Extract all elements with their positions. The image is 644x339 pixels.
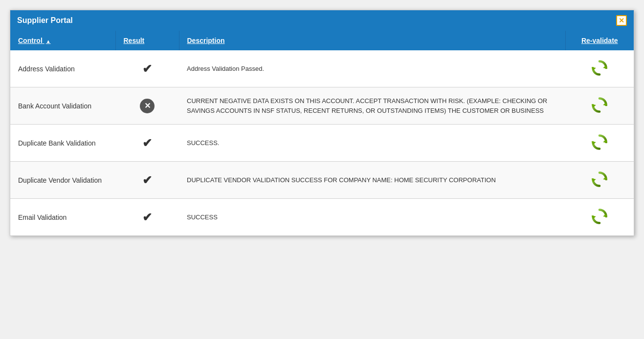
table-row: Duplicate Bank Validation✔SUCCESS. — [10, 125, 634, 162]
table-body: Address Validation✔Address Validation Pa… — [10, 50, 634, 235]
header-result[interactable]: Result — [115, 31, 179, 50]
revalidate-cell — [565, 199, 634, 236]
control-name-cell: Bank Account Validation — [10, 87, 115, 125]
result-sort-link[interactable]: Result — [124, 37, 145, 44]
description-cell: SUCCESS. — [179, 125, 565, 162]
header-description[interactable]: Description — [179, 31, 565, 50]
result-cell: ✔ — [115, 199, 179, 236]
check-icon: ✔ — [142, 211, 152, 224]
check-icon: ✔ — [142, 173, 152, 187]
revalidate-button[interactable] — [591, 59, 608, 78]
result-cell: ✔ — [115, 162, 179, 199]
table-row: Bank Account Validation✕CURRENT NEGATIVE… — [10, 87, 634, 125]
description-cell: CURRENT NEGATIVE DATA EXISTS ON THIS ACC… — [179, 87, 565, 125]
supplier-portal-window: Supplier Portal ✕ Control ▲ Result — [10, 10, 634, 236]
error-icon: ✕ — [140, 99, 155, 113]
header-control[interactable]: Control ▲ — [10, 31, 115, 50]
table-header: Control ▲ Result Description Re- — [10, 31, 634, 50]
revalidate-cell — [565, 87, 634, 125]
revalidate-button[interactable] — [591, 170, 608, 190]
window-title: Supplier Portal — [17, 16, 73, 25]
description-cell: SUCCESS — [179, 199, 565, 236]
control-name-cell: Duplicate Vendor Validation — [10, 162, 115, 199]
revalidate-button[interactable] — [591, 133, 608, 152]
description-cell: DUPLICATE VENDOR VALIDATION SUCCESS FOR … — [179, 162, 565, 199]
revalidate-cell — [565, 125, 634, 162]
description-sort-link[interactable]: Description — [187, 37, 225, 44]
revalidate-button[interactable] — [591, 208, 608, 227]
title-bar: Supplier Portal ✕ — [10, 10, 634, 31]
revalidate-sort-link[interactable]: Re-validate — [581, 37, 618, 44]
control-sort-link[interactable]: Control ▲ — [18, 37, 51, 44]
validation-table: Control ▲ Result Description Re- — [10, 31, 634, 235]
description-cell: Address Validation Passed. — [179, 50, 565, 87]
table-row: Email Validation✔SUCCESS — [10, 199, 634, 236]
revalidate-cell — [565, 162, 634, 199]
description-scroll[interactable]: CURRENT NEGATIVE DATA EXISTS ON THIS ACC… — [187, 96, 557, 115]
control-name-cell: Email Validation — [10, 199, 115, 236]
check-icon: ✔ — [142, 136, 152, 149]
result-cell: ✕ — [115, 87, 179, 125]
close-button[interactable]: ✕ — [616, 15, 627, 26]
table-row: Duplicate Vendor Validation✔DUPLICATE VE… — [10, 162, 634, 199]
control-name-cell: Address Validation — [10, 50, 115, 87]
table-row: Address Validation✔Address Validation Pa… — [10, 50, 634, 87]
revalidate-cell — [565, 50, 634, 87]
revalidate-button[interactable] — [591, 96, 608, 115]
header-revalidate[interactable]: Re-validate — [565, 31, 634, 50]
result-cell: ✔ — [115, 50, 179, 87]
result-cell: ✔ — [115, 125, 179, 162]
check-icon: ✔ — [142, 62, 152, 75]
control-name-cell: Duplicate Bank Validation — [10, 125, 115, 162]
